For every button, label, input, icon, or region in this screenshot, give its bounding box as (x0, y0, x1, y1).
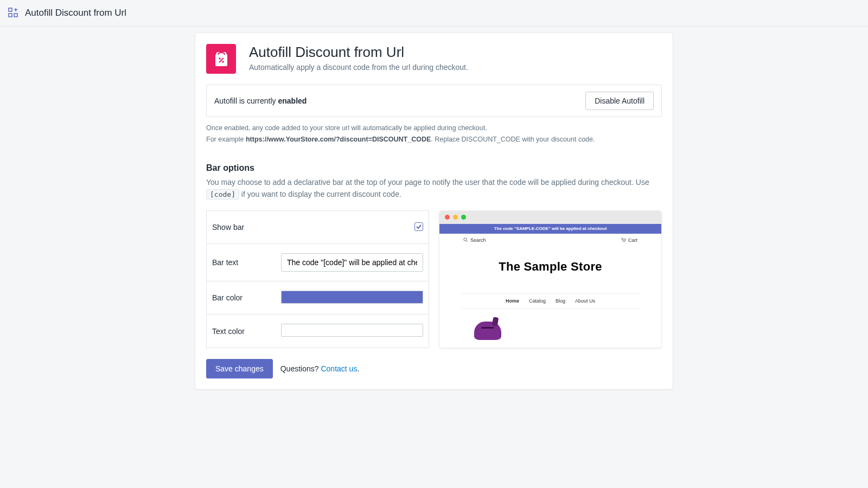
preview-menu-item: Catalog (529, 298, 546, 304)
topbar: Autofill Discount from Url (0, 0, 868, 27)
bar-color-picker[interactable] (281, 291, 423, 304)
window-close-icon (445, 215, 450, 220)
bar-options-description: You may choose to add a declarative bar … (206, 176, 662, 201)
svg-line-9 (467, 241, 468, 242)
preview-menu-item: Blog (556, 298, 565, 304)
settings-card: Autofill Discount from Url Automatically… (195, 33, 673, 389)
bar-text-label: Bar text (207, 243, 276, 281)
status-text: Autofill is currently enabled (214, 97, 307, 105)
bar-color-label: Bar color (207, 281, 276, 314)
svg-rect-2 (14, 14, 17, 17)
code-token: [code] (206, 189, 239, 200)
svg-point-8 (464, 238, 467, 241)
app-subtitle: Automatically apply a discount code from… (249, 63, 468, 72)
help-text: Once enabled, any code added to your sto… (206, 123, 662, 146)
svg-rect-0 (9, 8, 12, 11)
apps-icon (8, 7, 18, 20)
bar-text-input[interactable] (281, 253, 423, 272)
app-logo-icon (206, 44, 236, 74)
window-zoom-icon (461, 215, 466, 220)
preview-store-title: The Sample Store (439, 260, 661, 274)
svg-point-5 (219, 57, 221, 60)
preview-product-image (474, 322, 501, 340)
status-box: Autofill is currently enabled Disable Au… (206, 85, 662, 117)
cart-icon (621, 237, 626, 242)
preview-panel: The code "SAMPLE-CODE" will be applied a… (439, 210, 662, 348)
show-bar-checkbox[interactable] (414, 222, 423, 231)
svg-point-11 (624, 241, 625, 242)
search-icon (463, 237, 468, 242)
app-title: Autofill Discount from Url (249, 44, 468, 61)
svg-rect-1 (9, 14, 12, 17)
preview-menu: Home Catalog Blog About Us (461, 293, 640, 309)
svg-point-10 (622, 241, 623, 242)
window-minimize-icon (453, 215, 458, 220)
text-color-picker[interactable] (281, 324, 423, 337)
contact-us-link[interactable]: Contact us (321, 364, 357, 373)
disable-autofill-button[interactable]: Disable Autofill (585, 92, 654, 110)
save-changes-button[interactable]: Save changes (206, 359, 273, 378)
preview-top-nav: Search Cart (439, 234, 661, 247)
preview-discount-bar: The code "SAMPLE-CODE" will be applied a… (439, 224, 661, 234)
bar-options-heading: Bar options (206, 163, 662, 173)
bar-options-table: Show bar Bar text Bar color (206, 210, 429, 348)
svg-point-6 (222, 61, 224, 63)
preview-menu-item: Home (506, 298, 519, 304)
footer-help: Questions? Contact us. (280, 364, 360, 373)
show-bar-label: Show bar (207, 210, 276, 243)
page-title: Autofill Discount from Url (25, 8, 126, 18)
preview-titlebar (439, 211, 661, 224)
preview-menu-item: About Us (575, 298, 595, 304)
text-color-label: Text color (207, 314, 276, 348)
